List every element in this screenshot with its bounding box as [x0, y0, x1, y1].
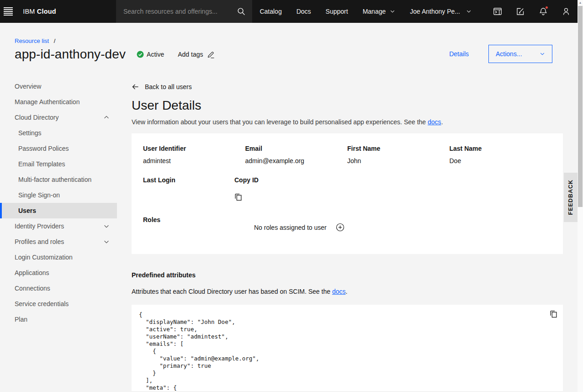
- edit-square-icon[interactable]: [509, 0, 532, 23]
- menu-icon[interactable]: [0, 0, 16, 23]
- copy-id-icon[interactable]: [234, 193, 242, 201]
- resource-title: app-id-anthony-dev: [15, 47, 126, 62]
- chevron-down-icon: [540, 51, 545, 57]
- scrollbar-up-arrow[interactable]: ▲: [578, 1, 583, 4]
- sidebar-item-label: Identity Providers: [15, 222, 64, 230]
- global-search: [116, 0, 253, 23]
- user-details-card: User IdentifieradmintestEmailadmin@examp…: [132, 133, 563, 254]
- sidebar-item-manage-authentication[interactable]: Manage Authentication: [0, 94, 117, 110]
- predefined-attributes-description: Attributes that each Cloud Directory use…: [132, 288, 563, 295]
- sidebar-item-label: Cloud Directory: [15, 114, 58, 121]
- sidebar-item-label: Applications: [15, 269, 49, 276]
- field-value: admintest: [143, 157, 245, 164]
- top-header: IBM Cloud CatalogDocsSupport Manage Joe …: [0, 0, 578, 23]
- scim-json-code: { "displayName": "John Doe", "active": t…: [139, 311, 556, 391]
- sidebar-item-users[interactable]: Users: [0, 203, 117, 218]
- add-tags-button[interactable]: Add tags: [178, 51, 215, 58]
- copy-code-icon[interactable]: [550, 310, 557, 318]
- back-to-all-users-link[interactable]: Back to all users: [132, 82, 563, 91]
- copy-id-label: Copy ID: [234, 176, 259, 184]
- account-label: Joe Anthony Pe...: [410, 0, 460, 23]
- sidebar-item-label: Service credentials: [15, 300, 69, 307]
- account-menu[interactable]: Joe Anthony Pe...: [403, 0, 479, 23]
- feedback-label: FEEDBACK: [567, 180, 574, 215]
- notification-badge: [545, 6, 548, 9]
- predefined-desc-period: .: [345, 288, 347, 295]
- predefined-desc-text: Attributes that each Cloud Directory use…: [132, 288, 332, 295]
- sidebar-item-login-customization[interactable]: Login Customization: [0, 249, 117, 265]
- field-email: Emailadmin@example.org: [245, 145, 348, 164]
- status-label: Active: [147, 51, 164, 58]
- sidebar-item-password-polices[interactable]: Password Polices: [0, 141, 117, 156]
- sidebar-item-identity-providers[interactable]: Identity Providers: [0, 218, 117, 234]
- sidebar-item-label: Single Sign-on: [18, 191, 60, 199]
- scim-json-codeblock: { "displayName": "John Doe", "active": t…: [132, 305, 563, 391]
- arrow-left-icon: [132, 83, 139, 90]
- cloud-shell-icon[interactable]: [486, 0, 509, 23]
- breadcrumb-separator: /: [54, 37, 56, 44]
- sidebar-item-connections[interactable]: Connections: [0, 281, 117, 296]
- chevron-down-icon: [390, 9, 395, 14]
- field-value: admin@example.org: [245, 157, 348, 164]
- sidebar-item-label: Connections: [15, 285, 50, 292]
- sidebar-item-service-credentials[interactable]: Service credentials: [0, 296, 117, 312]
- description-period: .: [441, 118, 443, 126]
- notifications-bell-icon[interactable]: [532, 0, 555, 23]
- scim-docs-link[interactable]: docs: [332, 288, 346, 295]
- sidebar-item-label: Manage Authentication: [15, 98, 80, 106]
- field-last-name: Last NameDoe: [450, 145, 552, 164]
- sidebar-item-profiles-and-roles[interactable]: Profiles and roles: [0, 234, 117, 249]
- sidebar-item-label: Profiles and roles: [15, 238, 64, 245]
- main-content: Back to all users User Details View info…: [132, 82, 563, 391]
- sidebar-item-applications[interactable]: Applications: [0, 265, 117, 281]
- page-scrollbar[interactable]: ▲: [578, 0, 583, 392]
- search-icon[interactable]: [230, 0, 252, 23]
- sidebar-item-email-templates[interactable]: Email Templates: [0, 156, 117, 172]
- manage-menu[interactable]: Manage: [355, 0, 403, 23]
- header-link-catalog[interactable]: Catalog: [252, 0, 289, 23]
- sidebar-item-label: Password Polices: [18, 145, 69, 152]
- chevron-down-icon: [103, 223, 110, 229]
- actions-label: Actions...: [496, 50, 522, 58]
- sidebar-item-multi-factor-authentication[interactable]: Multi-factor authentication: [0, 172, 117, 187]
- roles-empty-text: No roles assigned to user: [254, 224, 327, 231]
- docs-link[interactable]: docs: [428, 118, 441, 126]
- back-label: Back to all users: [145, 83, 192, 90]
- scrollbar-thumb[interactable]: [578, 6, 583, 207]
- sidebar-item-label: Email Templates: [18, 160, 65, 168]
- sidebar-item-single-sign-on[interactable]: Single Sign-on: [0, 187, 117, 203]
- details-link[interactable]: Details: [449, 50, 469, 58]
- header-link-support[interactable]: Support: [318, 0, 355, 23]
- sidebar-item-cloud-directory[interactable]: Cloud Directory: [0, 110, 117, 125]
- field-label: Last Name: [450, 145, 552, 152]
- chevron-down-icon: [103, 238, 110, 245]
- sidebar-item-settings[interactable]: Settings: [0, 125, 117, 141]
- manage-label: Manage: [363, 0, 386, 23]
- sidebar-item-plan[interactable]: Plan: [0, 312, 117, 327]
- sidebar-item-label: Login Customization: [15, 254, 73, 261]
- roles-label: Roles: [143, 216, 254, 223]
- field-first-name: First NameJohn: [347, 145, 450, 164]
- resource-page-header: Resource list / app-id-anthony-dev Activ…: [0, 23, 578, 79]
- ibm-cloud-logo[interactable]: IBM Cloud: [23, 8, 56, 15]
- user-avatar-icon[interactable]: [555, 0, 578, 23]
- header-link-docs[interactable]: Docs: [289, 0, 318, 23]
- field-value: Doe: [450, 157, 552, 164]
- sidebar-item-label: Overview: [15, 83, 41, 90]
- add-tags-label: Add tags: [178, 51, 203, 58]
- breadcrumb-resource-list-link[interactable]: Resource list: [15, 37, 49, 44]
- sidebar-item-overview[interactable]: Overview: [0, 79, 117, 94]
- brand-ibm: IBM: [23, 8, 35, 15]
- field-label: First Name: [347, 145, 450, 152]
- add-role-icon[interactable]: [336, 223, 344, 232]
- brand-cloud: Cloud: [37, 8, 56, 15]
- field-label: User Identifier: [143, 145, 245, 152]
- actions-dropdown[interactable]: Actions...: [488, 45, 552, 63]
- sidebar-item-label: Plan: [15, 316, 27, 323]
- last-login-label: Last Login: [143, 176, 234, 184]
- feedback-tab[interactable]: FEEDBACK: [564, 173, 578, 222]
- field-user-identifier: User Identifieradmintest: [143, 145, 245, 164]
- sidebar-item-label: Settings: [18, 129, 42, 137]
- breadcrumb: Resource list /: [15, 23, 578, 44]
- search-input[interactable]: [116, 8, 231, 15]
